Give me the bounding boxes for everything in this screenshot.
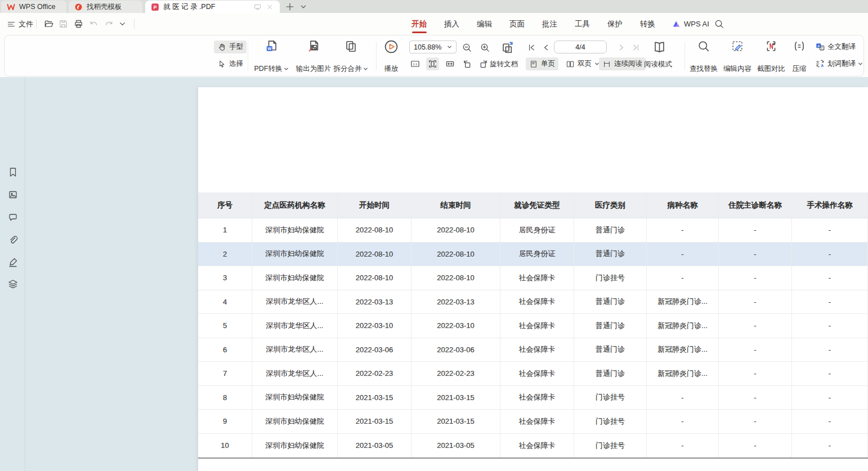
rotate-right-button[interactable]: [477, 57, 490, 70]
tab-wps-office[interactable]: WPS Office: [1, 1, 66, 13]
open-file-button[interactable]: [43, 19, 54, 29]
menu-item-批注[interactable]: 批注: [542, 19, 557, 29]
zoom-value: 105.88%: [414, 43, 441, 51]
table-cell: 普通门诊: [574, 290, 647, 314]
page-number-input[interactable]: 4/4: [554, 41, 607, 53]
export-as-image-button[interactable]: 输出为图片: [292, 39, 335, 73]
table-cell: -: [719, 386, 792, 410]
window-tab-bar: WPS Office 找稻壳模板 P 就 医 记 录 .PDF: [0, 0, 868, 13]
table-cell: 社会保障卡: [500, 338, 574, 362]
table-cell: -: [719, 314, 792, 338]
table-cell: 2022-02-23: [338, 362, 411, 385]
full-text-translate-button[interactable]: A文 全文翻译: [815, 42, 856, 52]
play-label: 播放: [384, 64, 399, 74]
table-cell: -: [792, 218, 868, 242]
table-cell: -: [792, 386, 868, 410]
table-row: 5深圳市龙华区人...2022-03-102022-03-10社会保障卡普通门诊…: [198, 314, 868, 338]
pdf-convert-button[interactable]: W PDF转换: [251, 39, 292, 73]
print-button[interactable]: [73, 19, 84, 29]
reading-mode-label[interactable]: 阅读模式: [644, 60, 672, 69]
previous-page-button[interactable]: [540, 41, 553, 54]
continuous-reading-button[interactable]: 连续阅读: [599, 57, 646, 70]
edit-content-button[interactable]: 编辑内容: [722, 39, 753, 73]
bookmark-panel-icon[interactable]: [7, 167, 19, 178]
attachment-panel-icon[interactable]: [7, 234, 19, 245]
table-cell: 新冠肺炎门诊...: [647, 314, 719, 338]
pdf-page[interactable]: 序号定点医药机构名称开始时间结束时间就诊凭证类型医疗类别病种名称住院主诊断名称手…: [198, 87, 868, 471]
menu-item-页面[interactable]: 页面: [509, 19, 525, 29]
play-icon: [384, 39, 399, 54]
menu-item-保护[interactable]: 保护: [607, 19, 623, 29]
header-cell: 结束时间: [411, 192, 500, 218]
file-menu-button[interactable]: 文件: [7, 13, 33, 35]
table-cell: -: [792, 362, 868, 385]
table-cell: 2022-08-10: [338, 266, 411, 290]
table-cell: 深圳市妇幼保健院: [252, 266, 338, 290]
full-translate-icon: A文: [815, 42, 825, 52]
layers-panel-icon[interactable]: [7, 279, 19, 290]
word-translate-button[interactable]: 文A 划词翻译: [815, 59, 863, 69]
save-button: [58, 19, 69, 29]
comment-panel-icon[interactable]: [7, 212, 19, 223]
table-cell: -: [719, 266, 792, 290]
double-page-view-button[interactable]: 双页: [562, 57, 603, 70]
table-cell: -: [792, 338, 868, 362]
table-cell: 深圳市妇幼保健院: [252, 386, 338, 410]
menu-items: 开始插入编辑页面批注工具保护转换: [411, 13, 655, 35]
menu-item-工具[interactable]: 工具: [575, 19, 590, 29]
hand-tool-button[interactable]: 手型: [214, 41, 247, 53]
menu-item-编辑[interactable]: 编辑: [477, 19, 492, 29]
annotate-pen-panel-icon[interactable]: [7, 257, 19, 268]
wps-ai-button[interactable]: WPS AI: [672, 13, 709, 35]
tab-document[interactable]: P 就 医 记 录 .PDF: [145, 1, 280, 13]
svg-text:文: 文: [821, 46, 824, 50]
zoom-out-button[interactable]: [460, 41, 473, 54]
thumbnail-panel-icon[interactable]: [7, 189, 19, 200]
table-cell: -: [647, 434, 719, 458]
close-tab-icon[interactable]: [266, 3, 274, 11]
table-cell: 10: [198, 434, 252, 458]
menu-bar: 文件 开始插入编辑页面批注工具保护转换 WPS AI: [0, 13, 868, 35]
fit-page-button[interactable]: [426, 57, 439, 70]
new-tab-button[interactable]: [285, 2, 295, 12]
screenshot-compare-button[interactable]: 截图对比: [755, 39, 787, 73]
last-page-icon: [631, 43, 641, 52]
first-page-button[interactable]: [525, 41, 538, 54]
rotate-left-button[interactable]: [460, 57, 473, 70]
svg-text:文: 文: [816, 60, 820, 64]
zoom-level-select[interactable]: 105.88%: [409, 41, 457, 53]
table-cell: -: [792, 266, 868, 290]
rotate-document-label[interactable]: 旋转文档: [490, 60, 518, 69]
rotate-pages-icon: [500, 40, 514, 55]
tab-docer-templates[interactable]: 找稻壳模板: [69, 1, 142, 13]
previous-page-icon: [542, 43, 551, 52]
tab-list-chevron-icon[interactable]: [298, 2, 308, 12]
table-row: 8深圳市妇幼保健院2021-03-152021-03-15社会保障卡门诊挂号--…: [198, 386, 868, 410]
fit-width-icon: [445, 59, 455, 69]
table-cell: -: [647, 266, 719, 290]
menu-item-插入[interactable]: 插入: [444, 19, 459, 29]
select-tool-button[interactable]: 选择: [214, 57, 247, 70]
compress-button[interactable]: 压缩: [788, 39, 811, 73]
docer-icon: [74, 3, 83, 11]
find-replace-button[interactable]: 查找替换: [688, 39, 719, 73]
search-menu-icon[interactable]: [714, 19, 724, 29]
actual-size-button[interactable]: 1:1: [409, 57, 422, 70]
quick-access-chevron-icon[interactable]: [117, 19, 128, 29]
single-page-view-button[interactable]: 单页: [526, 57, 558, 70]
header-cell: 病种名称: [647, 192, 719, 218]
pdf-convert-label: PDF转换: [254, 64, 283, 74]
table-cell: -: [647, 386, 719, 410]
menu-item-开始[interactable]: 开始: [411, 19, 427, 29]
table-cell: 2022-08-10: [338, 243, 411, 266]
menu-item-转换[interactable]: 转换: [640, 19, 655, 29]
fit-width-button[interactable]: [444, 57, 457, 70]
split-merge-button[interactable]: 拆分合并: [330, 39, 372, 73]
header-cell: 定点医药机构名称: [252, 192, 338, 218]
table-cell: 社会保障卡: [500, 434, 574, 458]
table-cell: -: [792, 314, 868, 338]
play-button[interactable]: 播放: [379, 39, 403, 73]
zoom-in-button[interactable]: [478, 41, 491, 54]
present-to-screen-icon[interactable]: [253, 3, 262, 11]
table-cell: 2: [198, 243, 252, 266]
